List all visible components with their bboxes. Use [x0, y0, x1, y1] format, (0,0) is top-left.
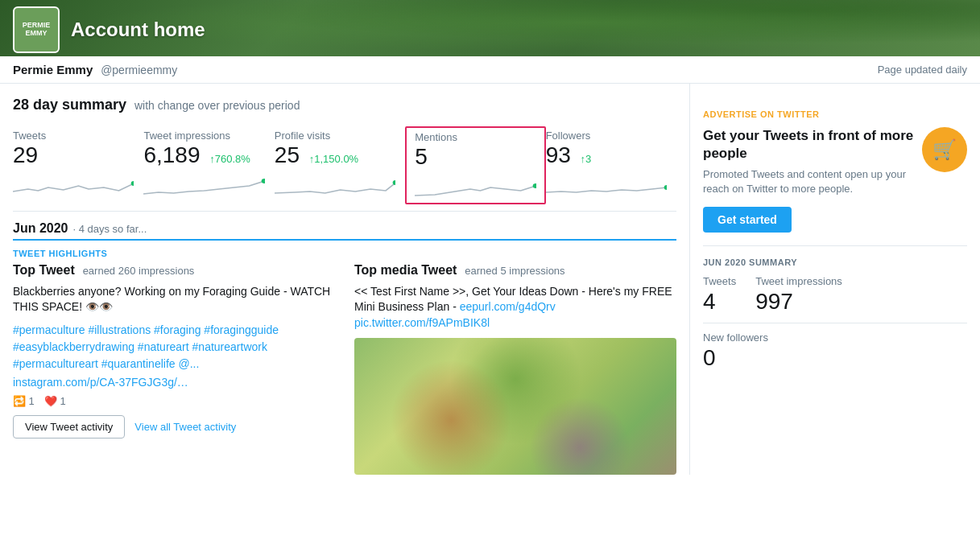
stat-profile-visits: Profile visits 25 ↑1,150.0%: [275, 126, 405, 204]
stat-profile-visits-change: ↑1,150.0%: [309, 153, 358, 165]
stats-row: Tweets 29 Tweet impressions 6,189 ↑760.8…: [13, 120, 676, 212]
stat-impressions-change: ↑760.8%: [209, 153, 250, 165]
jun-tweets-stat: Tweets 4: [703, 275, 736, 315]
top-tweet-column: Top Tweet earned 260 impressions Blackbe…: [13, 263, 335, 475]
jun-stats-row: Tweets 4 Tweet impressions 997: [703, 275, 967, 315]
advertise-description: Promoted Tweets and content open up your…: [703, 167, 914, 196]
cart-icon: 🛒: [922, 127, 967, 172]
jun-followers: New followers 0: [703, 323, 967, 371]
stat-tweets-sparkline: [13, 171, 134, 196]
stat-mentions-label: Mentions: [415, 131, 535, 143]
top-media-tweet-title: Top media Tweet: [354, 263, 457, 277]
stat-mentions-sparkline: [415, 173, 535, 197]
top-media-tweet-column: Top media Tweet earned 5 impressions << …: [354, 263, 676, 475]
top-media-tweet-title-row: Top media Tweet earned 5 impressions: [354, 263, 676, 278]
top-tweet-title-row: Top Tweet earned 260 impressions: [13, 263, 335, 278]
header-banner: PERMIEEMMY Account home: [0, 0, 980, 56]
stat-mentions: Mentions 5: [405, 126, 545, 204]
avatar: PERMIEEMMY: [13, 6, 60, 53]
tweets-grid: Top Tweet earned 260 impressions Blackbe…: [13, 263, 676, 475]
top-media-tweet-link1[interactable]: eepurl.com/g4dQrv: [460, 300, 556, 313]
header-title: Account home: [71, 19, 205, 41]
stat-profile-visits-sparkline: [275, 171, 395, 196]
svg-point-1: [262, 179, 265, 183]
main-container: 28 day summary with change over previous…: [0, 84, 980, 475]
top-media-tweet-body: << Test First Name >>, Get Your Ideas Do…: [354, 284, 676, 331]
cart-icon-glyph: 🛒: [932, 138, 957, 161]
svg-point-3: [533, 183, 536, 188]
jun-tweets-label: Tweets: [703, 275, 736, 287]
stat-followers-change: ↑3: [581, 153, 592, 165]
top-tweet-actions: View Tweet activity View all Tweet activ…: [13, 415, 335, 439]
top-tweet-likes: ❤️ 1: [44, 395, 66, 407]
left-panel: 28 day summary with change over previous…: [0, 84, 690, 475]
period-month: Jun 2020: [13, 221, 68, 236]
stat-tweets: Tweets 29: [13, 126, 143, 204]
user-info: Permie Emmy @permieemmy: [13, 63, 177, 76]
top-tweet-meta: 🔁 1 ❤️ 1: [13, 395, 335, 407]
period-header: Jun 2020 · 4 days so far...: [13, 212, 676, 241]
stat-profile-visits-label: Profile visits: [275, 130, 395, 142]
stat-tweets-label: Tweets: [13, 130, 134, 142]
stat-mentions-value: 5: [415, 145, 535, 170]
stat-tweets-value: 29: [13, 143, 134, 168]
top-media-tweet-subtitle: earned 5 impressions: [465, 265, 564, 277]
jun-summary-label: JUN 2020 SUMMARY: [703, 257, 967, 267]
stat-followers-label: Followers: [546, 130, 667, 142]
stat-followers: Followers 93 ↑3: [546, 126, 676, 204]
user-name: Permie Emmy: [13, 63, 93, 76]
stat-profile-visits-value: 25 ↑1,150.0%: [275, 143, 395, 168]
advertise-content: Get your Tweets in front of more people …: [703, 127, 967, 233]
view-all-tweet-activity-link[interactable]: View all Tweet activity: [134, 421, 236, 433]
jun-tweets-value: 4: [703, 289, 736, 315]
stat-impressions: Tweet impressions 6,189 ↑760.8%: [143, 126, 274, 204]
jun-impressions-value: 997: [755, 289, 842, 315]
summary-subtitle: with change over previous period: [134, 99, 300, 112]
jun-new-followers-value: 0: [703, 345, 967, 371]
user-bar: Permie Emmy @permieemmy Page updated dai…: [0, 56, 980, 84]
summary-header: 28 day summary with change over previous…: [13, 84, 676, 120]
stat-impressions-label: Tweet impressions: [143, 130, 264, 142]
top-media-tweet-image: [354, 338, 676, 475]
svg-point-4: [664, 185, 667, 190]
jun-summary: JUN 2020 SUMMARY Tweets 4 Tweet impressi…: [703, 246, 967, 382]
top-tweet-retweets: 🔁 1: [13, 395, 35, 407]
top-tweet-hashtags: #permaculture #illustrations #foraging #…: [13, 322, 335, 373]
top-tweet-title: Top Tweet: [13, 263, 75, 277]
user-handle: @permieemmy: [101, 64, 177, 76]
advertise-label: ADVERTISE ON TWITTER: [703, 109, 967, 119]
advertise-section: ADVERTISE ON TWITTER Get your Tweets in …: [703, 97, 967, 246]
jun-impressions-label: Tweet impressions: [755, 275, 842, 287]
stat-impressions-value: 6,189 ↑760.8%: [143, 143, 264, 168]
summary-title: 28 day summary: [13, 97, 126, 113]
period-days: · 4 days so far...: [72, 223, 147, 235]
right-panel: ADVERTISE ON TWITTER Get your Tweets in …: [690, 84, 980, 475]
highlights-label: TWEET HIGHLIGHTS: [13, 241, 676, 263]
top-tweet-link[interactable]: instagram.com/p/CA-37FGJG3g/…: [13, 376, 188, 389]
top-tweet-body: Blackberries anyone? Working on my Forag…: [13, 284, 335, 315]
get-started-button[interactable]: Get started: [703, 207, 792, 233]
stat-followers-sparkline: [546, 171, 667, 196]
advertise-title: Get your Tweets in front of more people: [703, 127, 914, 163]
jun-new-followers-label: New followers: [703, 331, 967, 344]
page-title: Account home: [71, 19, 205, 41]
advertise-text: Get your Tweets in front of more people …: [703, 127, 914, 233]
page-updated-label: Page updated daily: [878, 64, 967, 76]
stat-impressions-sparkline: [143, 171, 264, 196]
stat-followers-value: 93 ↑3: [546, 143, 667, 168]
view-tweet-activity-button[interactable]: View Tweet activity: [13, 415, 125, 439]
top-media-tweet-link2[interactable]: pic.twitter.com/f9APmBIK8l: [354, 316, 490, 329]
top-tweet-subtitle: earned 260 impressions: [83, 265, 195, 277]
jun-impressions-stat: Tweet impressions 997: [755, 275, 842, 315]
